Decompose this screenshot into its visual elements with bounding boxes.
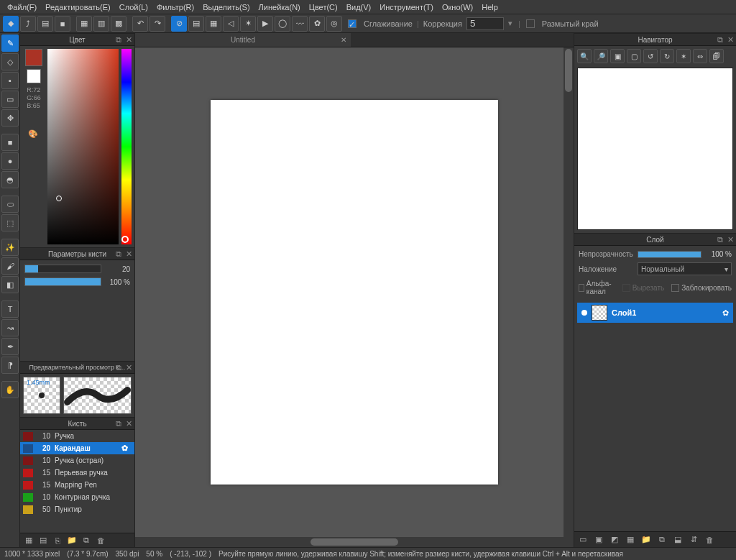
popout-icon[interactable]: ⧉ xyxy=(114,363,123,372)
new-group-icon[interactable]: ▣ xyxy=(593,534,604,546)
new-file-button[interactable]: ◆ xyxy=(3,16,19,32)
document-tab[interactable]: Untitled ✕ xyxy=(135,33,351,47)
select-box-tool[interactable]: ▭ xyxy=(1,91,19,108)
menu-filter[interactable]: Фильтр(R) xyxy=(152,1,198,13)
brush-grid-icon[interactable]: ▦ xyxy=(23,535,34,546)
gradient-tool[interactable]: ◧ xyxy=(1,276,19,293)
smoothing-check[interactable]: ✓ xyxy=(348,19,356,28)
blend-select[interactable]: Нормальный▾ xyxy=(638,262,732,275)
dup-layer-icon[interactable]: ⧉ xyxy=(656,534,668,546)
brush-dup-icon[interactable]: ⧉ xyxy=(80,535,92,546)
brush2-tool[interactable]: 🖌 xyxy=(1,257,19,275)
shape-focus-button[interactable]: ▶ xyxy=(257,16,273,32)
popout-icon[interactable]: ⧉ xyxy=(114,35,123,44)
brush-opacity-slider[interactable] xyxy=(24,277,101,286)
brush-gear-icon[interactable]: ✿ xyxy=(121,444,132,453)
canvas-hscroll[interactable] xyxy=(135,537,574,547)
menu-help[interactable]: Help xyxy=(477,1,502,13)
navigator-preview[interactable] xyxy=(577,68,733,230)
tab-close-icon[interactable]: ✕ xyxy=(341,36,346,44)
alpha-check[interactable]: Альфа-канал xyxy=(579,280,615,295)
close-icon[interactable]: ✕ xyxy=(124,363,133,372)
ellipse-tool[interactable]: ● xyxy=(1,152,19,170)
eyedropper-tool[interactable]: ⁋ xyxy=(1,357,19,374)
background-swatch[interactable] xyxy=(27,69,41,83)
menu-select[interactable]: Выделить(S) xyxy=(198,1,254,13)
brush-size-slider[interactable] xyxy=(24,265,101,273)
zoom-out-button[interactable]: 🔍 xyxy=(577,49,592,63)
shape-parallel-button[interactable]: ▤ xyxy=(188,16,204,32)
new-layer-icon[interactable]: ▭ xyxy=(577,534,589,546)
brush-row[interactable]: 10Ручка (острая) xyxy=(20,454,134,467)
canvas-vscroll[interactable] xyxy=(564,47,574,537)
shape-gear-icon[interactable]: ✿ xyxy=(309,16,325,32)
menu-edit[interactable]: Редактировать(E) xyxy=(41,1,115,13)
grid3-button[interactable]: ▩ xyxy=(111,16,126,32)
merge-icon[interactable]: ⬓ xyxy=(672,534,684,546)
shape-curve-button[interactable]: 〰 xyxy=(292,16,308,32)
brush-trash-icon[interactable]: 🗑 xyxy=(95,535,106,546)
menu-tool[interactable]: Инструмент(T) xyxy=(375,1,438,13)
palette-icon[interactable]: 🎨 xyxy=(28,129,40,141)
lasso-tool[interactable]: ⬭ xyxy=(1,196,19,213)
rotate-right-button[interactable]: ↻ xyxy=(660,49,674,63)
actual-button[interactable]: ▢ xyxy=(627,49,641,63)
menu-ruler[interactable]: Линейка(N) xyxy=(254,1,305,13)
flip-h-button[interactable]: ⇔ xyxy=(693,49,707,63)
close-icon[interactable]: ✕ xyxy=(726,235,735,244)
menu-window[interactable]: Окно(W) xyxy=(438,1,477,13)
shape-cross-button[interactable]: ▦ xyxy=(206,16,221,32)
brush-row[interactable]: 10Ручка xyxy=(20,430,134,442)
marquee-tool[interactable]: ⬚ xyxy=(1,214,19,231)
shape-target-button[interactable]: ◎ xyxy=(326,16,342,32)
move-tool[interactable]: ✥ xyxy=(1,109,19,127)
menu-view[interactable]: Вид(V) xyxy=(342,1,376,13)
save-button[interactable]: ■ xyxy=(55,16,70,32)
text-tool[interactable]: T xyxy=(1,300,19,318)
correction-input[interactable] xyxy=(466,17,504,30)
rotate-left-button[interactable]: ↺ xyxy=(643,49,658,63)
dot-tool[interactable]: ▪ xyxy=(1,72,19,89)
export-button[interactable]: ⤴ xyxy=(20,16,36,32)
eraser-tool[interactable]: ◇ xyxy=(1,53,19,70)
grid2-button[interactable]: ▥ xyxy=(93,16,109,32)
shape-vanish-button[interactable]: ◁ xyxy=(223,16,239,32)
popout-icon[interactable]: ⧉ xyxy=(716,35,724,44)
shape-ellipse-button[interactable]: ◯ xyxy=(275,16,290,32)
blur-edge-check[interactable] xyxy=(526,19,535,28)
pencil-tool[interactable]: ✎ xyxy=(1,35,19,52)
brush-row[interactable]: 20Карандаш✿ xyxy=(20,442,134,454)
reset-rot-button[interactable]: ✶ xyxy=(676,49,691,63)
zoom-in-button[interactable]: 🔎 xyxy=(594,49,608,63)
brush-folder-icon[interactable]: 📁 xyxy=(66,535,78,546)
popout-icon[interactable]: ⧉ xyxy=(114,419,123,428)
menu-file[interactable]: Файл(F) xyxy=(3,1,41,13)
close-icon[interactable]: ✕ xyxy=(124,419,133,428)
close-icon[interactable]: ✕ xyxy=(124,249,133,258)
move-layer-icon[interactable]: ⇵ xyxy=(688,534,699,546)
shape-radial-button[interactable]: ✶ xyxy=(240,16,256,32)
hand-tool[interactable]: ✋ xyxy=(1,381,19,398)
open-button[interactable]: ▤ xyxy=(37,16,53,32)
grid1-button[interactable]: ▦ xyxy=(76,16,92,32)
foreground-swatch[interactable] xyxy=(25,49,42,66)
redo-button[interactable]: ↷ xyxy=(150,16,165,32)
rect-tool[interactable]: ■ xyxy=(1,134,19,151)
close-icon[interactable]: ✕ xyxy=(124,35,133,44)
canvas-page[interactable] xyxy=(211,100,498,485)
lock-check[interactable]: Заблокировать xyxy=(671,280,732,295)
pen-tool[interactable]: ✒ xyxy=(1,338,19,355)
wand-tool[interactable]: ✨ xyxy=(1,239,19,256)
popout-icon[interactable]: ⧉ xyxy=(716,235,724,244)
trash-icon[interactable]: 🗑 xyxy=(704,534,715,546)
shape-none-button[interactable]: ⊘ xyxy=(171,16,187,32)
fit-button[interactable]: ▣ xyxy=(610,49,625,63)
brush-row[interactable]: 15Перьевая ручка xyxy=(20,467,134,479)
bucket-tool[interactable]: ◓ xyxy=(1,171,19,188)
canvas-viewport[interactable] xyxy=(135,47,574,537)
menu-color[interactable]: Цвет(C) xyxy=(305,1,342,13)
layer-visibility-icon[interactable] xyxy=(581,310,587,316)
color-picker-area[interactable] xyxy=(47,49,119,244)
brush-row[interactable]: 10Контурная ручка xyxy=(20,491,134,503)
flip-v-button[interactable]: 🗐 xyxy=(709,49,724,63)
